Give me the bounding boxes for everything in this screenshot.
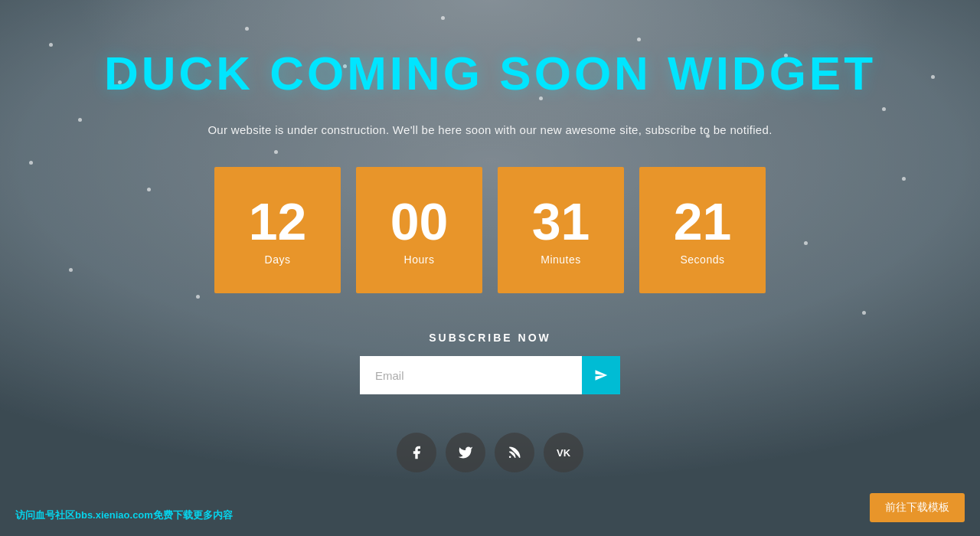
- minutes-value: 31: [532, 195, 590, 247]
- social-icons: VK: [397, 433, 583, 472]
- subscribe-section: SUBSCRIBE NOW: [360, 332, 620, 394]
- countdown-timer: 12 Days 00 Hours 31 Minutes 21 Seconds: [214, 167, 766, 293]
- days-box: 12 Days: [214, 167, 341, 293]
- vk-label: VK: [557, 447, 570, 459]
- facebook-icon[interactable]: [397, 433, 436, 472]
- twitter-icon[interactable]: [446, 433, 485, 472]
- watermark-left: 访问血号社区bbs.xieniao.com免费下载更多内容: [15, 508, 233, 522]
- days-label: Days: [265, 253, 291, 266]
- minutes-label: Minutes: [541, 253, 581, 266]
- rss-icon[interactable]: [495, 433, 534, 472]
- rss-svg: [507, 445, 522, 460]
- main-content: DUCK COMING SOON WIDGET Our website is u…: [0, 0, 980, 472]
- send-button[interactable]: [582, 356, 620, 394]
- page-title: DUCK COMING SOON WIDGET: [104, 46, 876, 100]
- minutes-box: 31 Minutes: [498, 167, 624, 293]
- seconds-label: Seconds: [681, 253, 725, 266]
- email-input[interactable]: [360, 356, 582, 394]
- vk-icon[interactable]: VK: [544, 433, 583, 472]
- seconds-box: 21 Seconds: [639, 167, 766, 293]
- hours-label: Hours: [404, 253, 435, 266]
- subscribe-form: [360, 356, 620, 394]
- seconds-value: 21: [674, 195, 732, 247]
- hours-value: 00: [390, 195, 449, 247]
- subscribe-heading: SUBSCRIBE NOW: [429, 332, 551, 344]
- days-value: 12: [249, 195, 307, 247]
- svg-point-1: [509, 456, 511, 459]
- watermark-right-button[interactable]: 前往下载模板: [870, 493, 965, 522]
- hours-box: 00 Hours: [356, 167, 482, 293]
- twitter-svg: [458, 445, 473, 460]
- send-icon: [594, 368, 608, 382]
- facebook-svg: [409, 445, 424, 460]
- subtitle-text: Our website is under construction. We'll…: [207, 123, 772, 136]
